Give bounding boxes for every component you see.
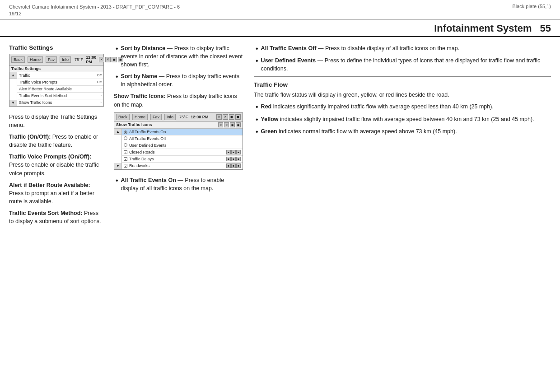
closed-roads-icons: ■ ■ ■ (226, 150, 241, 154)
radio-all-events-on (124, 131, 127, 134)
mockup1-list: ▲ ▼ Traffic Off Traffic Voice Prompts Of… (9, 72, 103, 106)
roadworks-icon-1: ■ (226, 163, 231, 168)
bullet-yellow: • Yellow indicates slightly impaired tra… (254, 115, 551, 124)
header-doc-title: Chevrolet Camaro Infotainment System - 2… (9, 4, 180, 9)
checkbox-traffic-delays: ✓ (124, 157, 127, 161)
bullet-all-events-off: • All Traffic Events Off — Press to disa… (254, 44, 551, 53)
section-heading-traffic-settings: Traffic Settings (9, 44, 104, 51)
page-number: 55 (540, 23, 551, 34)
bullet-user-defined: • User Defined Events — Press to define … (254, 56, 551, 73)
list-item-roadworks[interactable]: ✓Roadworks ■ ■ ■ (122, 163, 243, 169)
mockup1-fav[interactable]: Fav (46, 56, 57, 63)
nav-icon-1b: ✕ (216, 114, 222, 120)
mockup1-scroll: ▲ ▼ (9, 72, 17, 106)
title-icon-2: ✕ (224, 122, 229, 127)
traffic-voice-desc: Traffic Voice Prompts (On/Off): Press to… (9, 153, 104, 177)
divider (254, 76, 551, 77)
traffic-onoff-desc: Traffic (On/Off): Press to enable or dis… (9, 133, 104, 149)
nav-icon-4b: ◼ (235, 114, 241, 120)
mockup2-nav: Back Home Fav Info 75°F 12:00 PM ✕ ✕ ◼ ◼ (114, 113, 243, 121)
mockup1-temp: 75°F (75, 57, 83, 62)
ui-mockup-1: Back Home Fav Info 75°F 12:00 PM ✕ ✕ ◼ ◼… (9, 54, 104, 107)
col-right: • All Traffic Events Off — Press to disa… (248, 44, 551, 392)
list-item-all-events-on[interactable]: All Traffic Events On (122, 129, 243, 135)
traffic-flow-text: The traffic flow status will display in … (254, 91, 551, 99)
title-icon-1: ✕ (218, 122, 223, 127)
radio-all-events-off (124, 136, 127, 140)
mockup2-back[interactable]: Back (116, 114, 130, 120)
delays-icon-2: ■ (231, 157, 236, 161)
page-title-bar: Infotainment System 55 (0, 20, 560, 37)
traffic-settings-desc: Press to display the Traffic Settings me… (9, 113, 104, 129)
closed-roads-icon-2: ■ (231, 150, 236, 154)
mockup1-back[interactable]: Back (11, 56, 25, 63)
bullet-sort-name: • Sort by Name — Press to display traffi… (114, 72, 243, 89)
mockup2-temp: 75°F (179, 115, 188, 119)
bullet-green: • Green indicates normal traffic flow wi… (254, 127, 551, 136)
list-item[interactable]: Traffic Events Sort Method › (17, 93, 103, 99)
show-icons-heading: Show Traffic Icons: Press to display tra… (114, 92, 243, 108)
mockup2-info[interactable]: Info (164, 114, 176, 120)
mockup2-time: 12:00 PM (191, 115, 208, 119)
radio-user-defined (124, 143, 127, 147)
delays-icon-1: ■ (226, 157, 231, 161)
list-item[interactable]: Traffic Off (17, 72, 103, 79)
checkbox-closed-roads: ✓ (124, 150, 127, 154)
mockup1-time: 12:00 PM (86, 55, 96, 64)
closed-roads-icon-3: ■ (236, 150, 241, 154)
nav-icon-1: ✕ (99, 57, 104, 62)
mockup2-title-icons: ✕ ✕ ◼ ◼ (218, 122, 241, 127)
header-left: Chevrolet Camaro Infotainment System - 2… (9, 4, 180, 18)
col-mid: • Sort by Distance — Press to display tr… (108, 44, 248, 392)
mockup2-scroll: ▲ ▼ (114, 129, 122, 169)
nav-icon-3b: ◼ (229, 114, 234, 120)
roadworks-icons: ■ ■ ■ (226, 163, 241, 168)
title-icon-3: ◼ (230, 122, 235, 127)
delays-icon-3: ■ (236, 157, 241, 161)
bullet-red: • Red indicates significantly impaired t… (254, 103, 551, 111)
list-item-closed-roads[interactable]: ✓Closed Roads ■ ■ ■ (122, 149, 243, 156)
scroll-down[interactable]: ▼ (9, 100, 17, 106)
mockup2-list: ▲ ▼ All Traffic Events On All Traffic Ev… (114, 129, 243, 169)
list-item-traffic-delays[interactable]: ✓Traffic Delays ■ ■ ■ (122, 156, 243, 163)
delays-icons: ■ ■ ■ (226, 157, 241, 161)
header-right: Black plate (55,1) (512, 4, 551, 9)
mockup2-home[interactable]: Home (132, 114, 148, 120)
title-icon-4: ◼ (236, 122, 241, 127)
col-left: Traffic Settings Back Home Fav Info 75°F… (9, 44, 108, 392)
roadworks-icon-2: ■ (231, 163, 236, 168)
list-item-all-events-off[interactable]: All Traffic Events Off (122, 135, 243, 142)
list-item-user-defined[interactable]: User Defined Events (122, 142, 243, 149)
sort-method-desc: Traffic Events Sort Method: Press to dis… (9, 209, 104, 225)
mockup2-nav-icons: ✕ ✕ ◼ ◼ (216, 114, 241, 120)
main-content: Traffic Settings Back Home Fav Info 75°F… (0, 37, 560, 392)
bullet-sort-distance: • Sort by Distance — Press to display tr… (114, 44, 243, 69)
scroll-up[interactable]: ▲ (9, 72, 17, 79)
mockup1-info[interactable]: Info (60, 56, 71, 63)
alert-route-desc: Alert if Better Route Available: Press t… (9, 181, 104, 205)
scroll-down-2[interactable]: ▼ (114, 163, 121, 169)
mockup1-nav: Back Home Fav Info 75°F 12:00 PM ✕ ✕ ◼ ◼ (9, 54, 103, 65)
traffic-flow-heading: Traffic Flow (254, 81, 551, 88)
checkbox-roadworks: ✓ (124, 164, 127, 168)
list-item[interactable]: Alert if Better Route Available › (17, 86, 103, 93)
roadworks-icon-3: ■ (236, 163, 241, 168)
closed-roads-icon-1: ■ (226, 150, 231, 154)
mockup1-screen-title: Traffic Settings (9, 65, 103, 72)
page-title: Infotainment System (434, 23, 532, 34)
mockup1-list-items: Traffic Off Traffic Voice Prompts Off Al… (17, 72, 103, 106)
list-item[interactable]: Show Traffic Icons › (17, 99, 103, 106)
mockup1-home[interactable]: Home (28, 56, 43, 63)
mockup2-fav[interactable]: Fav (150, 114, 162, 120)
scroll-up-2[interactable]: ▲ (114, 129, 121, 135)
page-header: Chevrolet Camaro Infotainment System - 2… (0, 0, 560, 20)
mockup2-screen-title: Show Traffic Icons ✕ ✕ ◼ ◼ (114, 121, 243, 129)
nav-icon-2b: ✕ (223, 114, 228, 120)
ui-mockup-2: Back Home Fav Info 75°F 12:00 PM ✕ ✕ ◼ ◼… (114, 112, 243, 170)
mockup2-list-items: All Traffic Events On All Traffic Events… (122, 129, 243, 169)
list-item[interactable]: Traffic Voice Prompts Off (17, 79, 103, 86)
header-doc-date: 19/12 (9, 11, 22, 16)
bullet-all-events-on: • All Traffic Events On — Press to enabl… (114, 176, 243, 192)
header-plate: Black plate (55,1) (512, 4, 551, 9)
